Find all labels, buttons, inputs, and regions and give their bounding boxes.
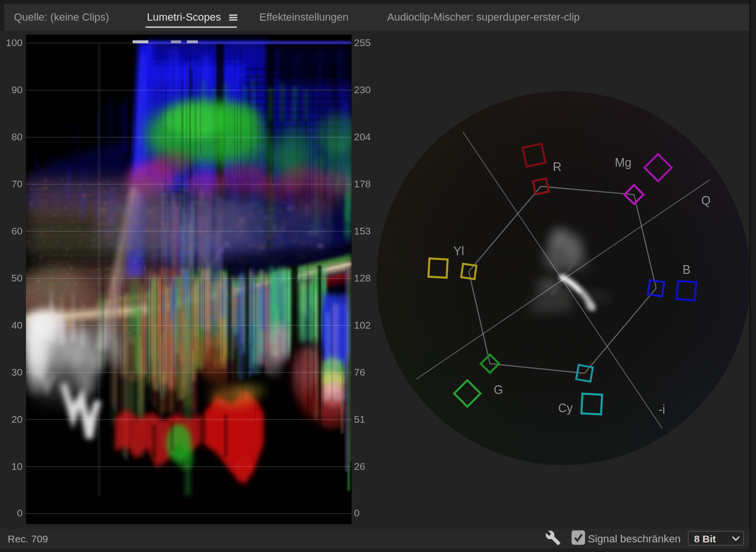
svg-text:G: G — [494, 383, 503, 396]
svg-text:Mg: Mg — [615, 156, 632, 169]
svg-text:Cy: Cy — [558, 401, 573, 415]
svg-text:Yl: Yl — [453, 244, 464, 258]
svg-text:Q: Q — [701, 194, 710, 207]
svg-text:-i: -i — [658, 403, 665, 416]
svg-text:R: R — [553, 160, 561, 173]
svg-text:B: B — [683, 263, 691, 276]
